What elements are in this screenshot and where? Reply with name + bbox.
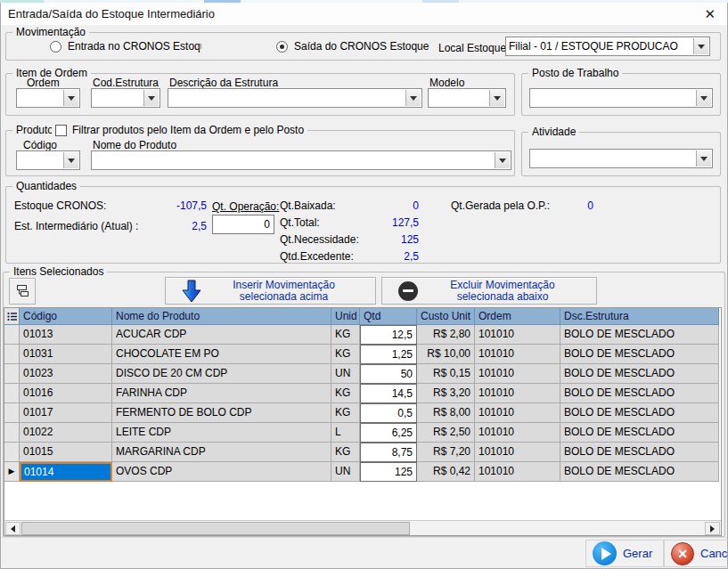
horizontal-scrollbar[interactable] (4, 520, 721, 535)
table-row[interactable]: 01031CHOCOLATE EM POKG1,25R$ 10,00101010… (4, 345, 721, 364)
chevron-down-icon[interactable] (696, 150, 711, 167)
qt-operacao-input[interactable] (212, 215, 274, 234)
cell-dsc[interactable]: BOLO DE MESCLADO (560, 325, 719, 345)
atividade-combobox[interactable] (529, 149, 713, 168)
table-row[interactable]: 01022LEITE CDPL6,25R$ 2,50101010BOLO DE … (4, 423, 721, 443)
chevron-down-icon[interactable] (405, 90, 421, 106)
column-header-codigo[interactable]: Código (20, 308, 112, 325)
cell-custo[interactable]: R$ 2,80 (417, 325, 475, 345)
cell-unid[interactable]: KG (331, 325, 360, 345)
ordem-combobox[interactable] (16, 88, 80, 108)
cell-dsc[interactable]: BOLO DE MESCLADO (560, 364, 719, 384)
cell-nome[interactable]: OVOS CDP (112, 462, 331, 482)
radio-entrada-cronos[interactable]: Entrada no CRONOS Estoque (50, 40, 201, 53)
cell-ordem[interactable]: 101010 (475, 443, 560, 462)
cell-codigo[interactable]: 01015 (20, 443, 112, 462)
table-row[interactable]: 01017FERMENTO DE BOLO CDPKG0,5R$ 8,00101… (4, 403, 721, 423)
cell-codigo[interactable]: 01023 (20, 364, 112, 384)
descricao-estrutura-combobox[interactable] (168, 88, 422, 108)
chevron-down-icon[interactable] (63, 152, 78, 168)
column-header-ordem[interactable]: Ordem (475, 308, 560, 325)
chevron-down-icon[interactable] (489, 90, 504, 106)
table-row[interactable]: 01023DISCO DE 20 CM CDPUN50R$ 0,15101010… (4, 364, 721, 384)
cell-qtd[interactable]: 8,75 (360, 443, 417, 462)
cell-qtd[interactable]: 14,5 (360, 384, 417, 403)
cell-dsc[interactable]: BOLO DE MESCLADO (560, 462, 719, 482)
cell-qtd[interactable]: 50 (360, 364, 417, 384)
table-row[interactable]: 01015MARGARINA CDPKG8,75R$ 7,20101010BOL… (4, 443, 721, 462)
row-list-header[interactable] (4, 308, 20, 325)
column-header-unid[interactable]: Unid (331, 308, 360, 325)
cell-qtd[interactable]: 6,25 (360, 423, 417, 443)
row-indicator[interactable] (4, 403, 20, 423)
cell-custo[interactable]: R$ 8,00 (417, 403, 475, 423)
posto-de-trabalho-combobox[interactable] (529, 88, 713, 108)
scroll-right-icon[interactable] (705, 522, 720, 535)
cell-unid[interactable]: KG (331, 443, 360, 462)
table-row[interactable]: ▶01014OVOS CDPUN125R$ 0,42101010BOLO DE … (4, 462, 721, 482)
column-header-custo[interactable]: Custo Unit (417, 308, 475, 325)
cancelar-button[interactable]: ✕ Cancelar (664, 540, 728, 567)
cell-dsc[interactable]: BOLO DE MESCLADO (560, 403, 719, 423)
chevron-down-icon[interactable] (495, 152, 510, 168)
cell-nome[interactable]: FERMENTO DE BOLO CDP (112, 403, 331, 423)
cell-unid[interactable]: KG (331, 345, 360, 364)
cell-codigo[interactable]: 01016 (20, 384, 112, 403)
excluir-movimentacao-button[interactable]: Excluir Movimentação selecionada abaixo (381, 277, 597, 305)
scroll-left-icon[interactable] (5, 522, 20, 535)
cell-qtd[interactable]: 0,5 (360, 403, 417, 423)
cell-unid[interactable]: KG (331, 384, 360, 403)
cell-custo[interactable]: R$ 2,50 (417, 423, 475, 443)
cell-codigo[interactable]: 01017 (20, 403, 112, 423)
cell-custo[interactable]: R$ 0,42 (417, 462, 475, 482)
filtrar-produtos-checkbox[interactable]: Filtrar produtos pelo Item da Ordem e pe… (52, 124, 307, 136)
cell-ordem[interactable]: 101010 (475, 384, 560, 403)
cell-codigo[interactable]: 01014 (20, 462, 112, 482)
chevron-down-icon[interactable] (696, 90, 711, 106)
cell-dsc[interactable]: BOLO DE MESCLADO (560, 345, 719, 364)
radio-saida-cronos[interactable]: Saída do CRONOS Estoque (276, 40, 429, 53)
produto-codigo-combobox[interactable] (16, 150, 80, 170)
local-estoque-combobox[interactable]: Filial - 01 / ESTOQUE PRODUCAO (505, 37, 710, 56)
cell-codigo[interactable]: 01013 (20, 325, 112, 345)
table-row[interactable]: 01013ACUCAR CDPKG12,5R$ 2,80101010BOLO D… (4, 325, 721, 345)
cell-dsc[interactable]: BOLO DE MESCLADO (560, 384, 719, 403)
structure-tool-button[interactable] (9, 278, 36, 305)
cell-custo[interactable]: R$ 7,20 (417, 443, 475, 462)
modelo-combobox[interactable] (428, 88, 506, 108)
chevron-down-icon[interactable] (143, 90, 159, 106)
table-row[interactable]: 01016FARINHA CDPKG14,5R$ 3,20101010BOLO … (4, 384, 721, 403)
cell-ordem[interactable]: 101010 (475, 462, 560, 482)
row-indicator[interactable] (4, 443, 20, 462)
cell-unid[interactable]: UN (331, 364, 360, 384)
row-indicator[interactable] (4, 423, 20, 443)
cell-qtd[interactable]: 1,25 (360, 345, 417, 364)
cell-codigo[interactable]: 01022 (20, 423, 112, 443)
gerar-button[interactable]: Gerar (585, 540, 664, 567)
row-indicator[interactable]: ▶ (4, 462, 20, 482)
cell-unid[interactable]: UN (331, 462, 360, 482)
cell-ordem[interactable]: 101010 (475, 364, 560, 384)
cell-unid[interactable]: KG (331, 403, 360, 423)
close-icon[interactable]: ✕ (704, 6, 716, 22)
cod-estrutura-combobox[interactable] (91, 88, 160, 108)
cell-ordem[interactable]: 101010 (475, 345, 560, 364)
cell-dsc[interactable]: BOLO DE MESCLADO (560, 443, 719, 462)
chevron-down-icon[interactable] (693, 38, 708, 54)
cell-nome[interactable]: LEITE CDP (112, 423, 331, 443)
cell-custo[interactable]: R$ 10,00 (417, 345, 475, 364)
row-indicator[interactable] (4, 364, 20, 384)
cell-ordem[interactable]: 101010 (475, 423, 560, 443)
row-indicator[interactable] (4, 325, 20, 345)
cell-nome[interactable]: ACUCAR CDP (112, 325, 331, 345)
scrollbar-thumb[interactable] (21, 522, 410, 535)
inserir-movimentacao-button[interactable]: Inserir Movimentação selecionada acima (165, 277, 376, 305)
column-header-qtd[interactable]: Qtd (360, 308, 417, 325)
cell-nome[interactable]: CHOCOLATE EM PO (112, 345, 331, 364)
chevron-down-icon[interactable] (63, 90, 78, 106)
cell-nome[interactable]: FARINHA CDP (112, 384, 331, 403)
row-indicator[interactable] (4, 384, 20, 403)
cell-custo[interactable]: R$ 0,15 (417, 364, 475, 384)
column-header-nome[interactable]: Nome do Produto (112, 308, 331, 325)
cell-ordem[interactable]: 101010 (475, 403, 560, 423)
